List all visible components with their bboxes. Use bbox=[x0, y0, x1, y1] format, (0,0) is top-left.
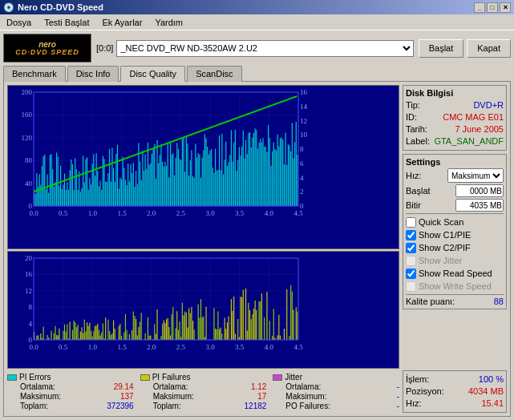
menu-dosya[interactable]: Dosya bbox=[3, 16, 34, 29]
show-c1-pie-checkbox[interactable] bbox=[406, 230, 416, 240]
tab-scandisc[interactable]: ScanDisc bbox=[187, 66, 241, 82]
charts-area: PI Errors Ortalama: 29.14 Maksimum: 137 … bbox=[7, 85, 399, 413]
islem-label: İşlem: bbox=[406, 374, 429, 386]
show-jitter-row: Show Jitter bbox=[406, 254, 504, 267]
jitter-ortalama-label: Ortalama: bbox=[285, 382, 321, 391]
disk-bilgisi-group: Disk Bilgisi Tip: DVD+R ID: CMC MAG E01 … bbox=[403, 85, 507, 151]
pi-errors-toplam-value: 372396 bbox=[107, 402, 133, 410]
pi-failures-label: PI Failures bbox=[152, 373, 191, 382]
show-read-speed-label: Show Read Speed bbox=[419, 267, 492, 280]
disk-bilgisi-title: Disk Bilgisi bbox=[406, 88, 504, 98]
title-bar: 💿 Nero CD-DVD Speed _ □ ✕ bbox=[0, 0, 514, 14]
jitter-maks-value: - bbox=[397, 392, 399, 401]
tarih-label: Tarih: bbox=[406, 123, 427, 135]
pi-errors-maks-value: 137 bbox=[120, 392, 134, 401]
quick-scan-checkbox[interactable] bbox=[406, 217, 416, 228]
pozisyon-label: Pozisyon: bbox=[406, 386, 444, 398]
tip-value: DVD+R bbox=[473, 99, 504, 111]
label-value: GTA_SAN_ANDF bbox=[434, 135, 504, 147]
po-failures-value: - bbox=[397, 402, 399, 410]
jitter-maks-label: Maksimum: bbox=[285, 392, 326, 401]
action-buttons: Başlat Kapat bbox=[419, 39, 511, 58]
tab-disc-info[interactable]: Disc Info bbox=[67, 66, 119, 82]
hiz-islem-label: Hız: bbox=[406, 398, 422, 410]
tabs: Benchmark Disc Info Disc Quality ScanDis… bbox=[3, 66, 511, 82]
pi-failures-maks-label: Maksimum: bbox=[153, 392, 194, 401]
bitir-label: Bitir bbox=[406, 200, 421, 210]
pi-errors-label: PI Errors bbox=[19, 373, 51, 382]
pi-errors-toplam-label: Toplam: bbox=[20, 402, 48, 410]
menu-testi-baslat[interactable]: Testi Başlat bbox=[41, 16, 92, 29]
tab-benchmark[interactable]: Benchmark bbox=[3, 66, 66, 82]
nero-logo: nero CD·DVD SPEED bbox=[3, 34, 91, 63]
quick-scan-label: Quick Scan bbox=[419, 216, 463, 228]
baslat-input[interactable] bbox=[455, 184, 504, 197]
jitter-color bbox=[273, 374, 282, 381]
start-button[interactable]: Başlat bbox=[419, 39, 464, 58]
bottom-chart bbox=[7, 251, 399, 369]
minimize-button[interactable]: _ bbox=[474, 2, 485, 13]
pi-failures-toplam-label: Toplam: bbox=[153, 402, 181, 410]
show-c2-pif-label: Show C2/PIF bbox=[419, 241, 471, 254]
id-value: CMC MAG E01 bbox=[443, 111, 504, 123]
main-window: nero CD·DVD SPEED [0:0] _NEC DVD_RW ND-3… bbox=[0, 30, 514, 420]
quick-scan-row: Quick Scan bbox=[406, 216, 504, 228]
show-read-speed-row: Show Read Speed bbox=[406, 267, 504, 280]
show-c2-pif-row: Show C2/PIF bbox=[406, 241, 504, 254]
pozisyon-value: 4034 MB bbox=[468, 386, 504, 398]
show-jitter-checkbox bbox=[406, 256, 416, 266]
menu-yardim[interactable]: Yardım bbox=[152, 16, 186, 29]
baslat-label: Başlat bbox=[406, 186, 431, 196]
show-write-speed-row: Show Write Speed bbox=[406, 280, 504, 293]
po-failures-label: PO Failures: bbox=[285, 402, 330, 410]
pi-errors-ortalama-label: Ortalama: bbox=[20, 382, 55, 391]
islem-value: 100 % bbox=[479, 374, 504, 386]
legend-pi-failures: PI Failures Ortalama: 1.12 Maksimum: 17 … bbox=[140, 373, 267, 410]
menu-ek-ayarlar[interactable]: Ek Ayarlar bbox=[99, 16, 145, 29]
drive-label: [0:0] bbox=[96, 43, 113, 53]
show-jitter-label: Show Jitter bbox=[419, 254, 462, 267]
label-label: Label: bbox=[406, 135, 430, 147]
menu-bar: Dosya Testi Başlat Ek Ayarlar Yardım bbox=[0, 14, 514, 30]
pi-failures-toplam-value: 12182 bbox=[245, 402, 267, 410]
bitir-input[interactable] bbox=[455, 199, 504, 212]
toolbar: nero CD·DVD SPEED [0:0] _NEC DVD_RW ND-3… bbox=[3, 34, 511, 63]
legend-jitter: Jitter Ortalama: - Maksimum: - PO Failur… bbox=[273, 373, 399, 410]
content-area: PI Errors Ortalama: 29.14 Maksimum: 137 … bbox=[3, 81, 511, 417]
show-write-speed-label: Show Write Speed bbox=[419, 280, 492, 293]
hiz-islem-value: 15.41 bbox=[481, 398, 504, 410]
islem-group: İşlem: 100 % Pozisyon: 4034 MB Hız: 15.4… bbox=[403, 370, 507, 413]
title-bar-title: Nero CD-DVD Speed bbox=[18, 2, 103, 12]
pi-errors-maks-label: Maksimum: bbox=[20, 392, 61, 401]
hiz-label: Hız: bbox=[406, 171, 422, 180]
tarih-value: 7 June 2005 bbox=[455, 123, 504, 135]
tip-label: Tip: bbox=[406, 99, 420, 111]
jitter-label: Jitter bbox=[285, 373, 302, 382]
show-read-speed-checkbox[interactable] bbox=[406, 269, 416, 279]
title-bar-icon: 💿 bbox=[3, 2, 14, 13]
show-write-speed-checkbox bbox=[406, 281, 416, 292]
kalite-row: Kalite puanı: 88 bbox=[406, 297, 504, 306]
hiz-select[interactable]: Maksimum 1x 2x 4x bbox=[447, 168, 504, 183]
close-app-button[interactable]: Kapat bbox=[467, 39, 511, 58]
pi-failures-color bbox=[140, 374, 150, 381]
pi-failures-maks-value: 17 bbox=[257, 392, 266, 401]
drive-select-area: [0:0] _NEC DVD_RW ND-3520AW 2.U2 bbox=[96, 40, 414, 57]
pi-errors-ortalama-value: 29.14 bbox=[114, 382, 134, 391]
show-c1-pie-label: Show C1/PIE bbox=[419, 228, 471, 241]
right-panel: Disk Bilgisi Tip: DVD+R ID: CMC MAG E01 … bbox=[403, 85, 507, 413]
jitter-ortalama-value: - bbox=[397, 382, 399, 391]
id-label: ID: bbox=[406, 111, 417, 123]
drive-select[interactable]: _NEC DVD_RW ND-3520AW 2.U2 bbox=[116, 40, 413, 57]
maximize-button[interactable]: □ bbox=[487, 2, 498, 13]
close-button[interactable]: ✕ bbox=[500, 2, 511, 13]
settings-group: Settings Hız: Maksimum 1x 2x 4x Başlat B… bbox=[403, 154, 507, 309]
top-chart bbox=[7, 85, 399, 249]
legend-pi-errors: PI Errors Ortalama: 29.14 Maksimum: 137 … bbox=[7, 373, 134, 410]
legend-area: PI Errors Ortalama: 29.14 Maksimum: 137 … bbox=[7, 370, 399, 413]
kalite-value: 88 bbox=[494, 297, 504, 306]
show-c2-pif-checkbox[interactable] bbox=[406, 243, 416, 253]
kalite-label: Kalite puanı: bbox=[406, 297, 455, 306]
settings-title: Settings bbox=[406, 157, 504, 167]
tab-disc-quality[interactable]: Disc Quality bbox=[120, 66, 185, 82]
